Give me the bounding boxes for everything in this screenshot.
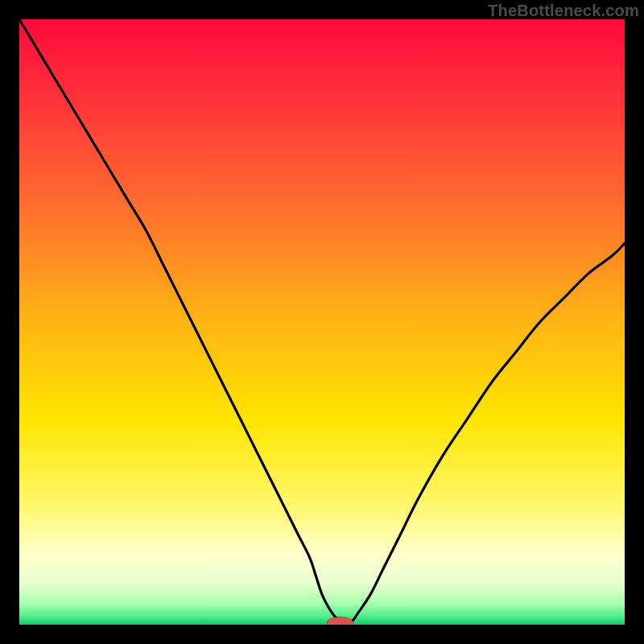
chart-frame: TheBottleneck.com [0,0,644,644]
chart-svg [19,19,625,625]
bottleneck-chart [19,19,625,625]
chart-background [19,19,625,625]
watermark-text: TheBottleneck.com [488,2,639,20]
